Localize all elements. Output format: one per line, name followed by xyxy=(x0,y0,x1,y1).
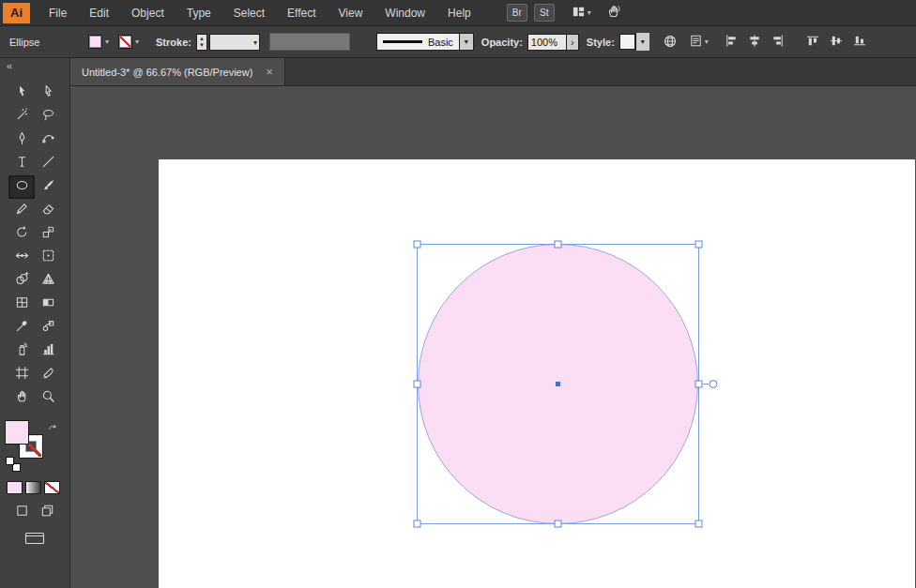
opacity-dropdown-arrow[interactable]: › xyxy=(567,34,579,51)
default-fill-stroke-icon[interactable] xyxy=(6,457,21,472)
column-graph-tool[interactable] xyxy=(35,339,61,363)
hand-swirl-icon xyxy=(606,4,621,22)
quick-button-st[interactable]: St xyxy=(534,4,555,22)
screen-mode-button[interactable] xyxy=(24,531,45,550)
document-setup-button[interactable]: ▾ xyxy=(689,34,709,50)
width-tool[interactable] xyxy=(8,246,35,269)
swap-fill-stroke-icon[interactable] xyxy=(48,421,60,433)
fill-color-control[interactable]: ▾ xyxy=(88,35,109,49)
gradient-tool[interactable] xyxy=(35,293,61,316)
align-right-button[interactable] xyxy=(771,34,786,50)
zoom-tool[interactable] xyxy=(35,386,61,410)
line-segment-tool[interactable] xyxy=(35,152,61,175)
fill-swatch[interactable] xyxy=(6,421,28,444)
gradient-button[interactable] xyxy=(25,481,41,494)
stroke-color-swatch[interactable] xyxy=(118,35,132,49)
symbol-sprayer-tool[interactable] xyxy=(8,339,35,363)
type-tool[interactable] xyxy=(8,152,35,175)
menu-object[interactable]: Object xyxy=(120,0,176,25)
center-point[interactable] xyxy=(556,382,560,386)
selection-handle[interactable] xyxy=(695,520,702,527)
free-transform-tool[interactable] xyxy=(35,246,61,269)
graphic-style-dropdown[interactable]: ▾ xyxy=(619,33,649,51)
shape-builder-tool[interactable] xyxy=(8,269,35,293)
menu-edit[interactable]: Edit xyxy=(78,0,120,25)
selection-handle[interactable] xyxy=(555,520,561,527)
chevron-down-icon[interactable]: ▾ xyxy=(253,38,257,47)
canvas-area[interactable] xyxy=(70,86,916,588)
selection-handle[interactable] xyxy=(695,241,702,248)
stroke-color-control[interactable]: ▾ xyxy=(118,35,139,49)
chevron-down-icon[interactable]: ▾ xyxy=(135,38,139,46)
stroke-weight-stepper[interactable]: ▲▼ xyxy=(196,34,207,51)
paintbrush-tool[interactable] xyxy=(35,175,61,199)
menu-file[interactable]: File xyxy=(38,0,78,25)
selection-handle[interactable] xyxy=(555,241,561,248)
stroke-weight-combo[interactable]: ▾ xyxy=(209,34,260,51)
mesh-tool[interactable] xyxy=(8,293,35,316)
align-top-button[interactable] xyxy=(805,34,820,50)
menu-type[interactable]: Type xyxy=(176,0,222,25)
slice-tool[interactable] xyxy=(35,363,61,386)
perspective-grid-tool[interactable] xyxy=(35,269,61,293)
selection-handle[interactable] xyxy=(414,520,420,527)
color-button[interactable] xyxy=(7,481,23,494)
eyedropper-tool[interactable] xyxy=(8,316,35,339)
draw-normal-icon[interactable] xyxy=(15,504,29,521)
magic-wand-tool[interactable] xyxy=(8,105,35,128)
selection-handle[interactable] xyxy=(414,241,420,248)
align-middle-v-button[interactable] xyxy=(829,34,844,50)
align-bottom-button[interactable] xyxy=(852,34,867,50)
brush-definition-value: Basic xyxy=(428,37,453,48)
chevron-down-icon[interactable]: ▾ xyxy=(635,33,649,51)
chevron-down-icon[interactable]: ▾ xyxy=(459,34,473,50)
draw-behind-icon[interactable] xyxy=(40,504,54,521)
lasso-tool[interactable] xyxy=(35,105,61,128)
pencil-tool[interactable] xyxy=(8,199,35,222)
fill-color-swatch[interactable] xyxy=(88,35,102,49)
recolor-artwork-button[interactable] xyxy=(663,34,678,51)
collapse-panel-button[interactable]: « xyxy=(0,58,19,74)
align-center-h-button[interactable] xyxy=(747,34,762,50)
rotate-tool[interactable] xyxy=(8,222,35,246)
menu-view[interactable]: View xyxy=(328,0,374,25)
eraser-tool[interactable] xyxy=(35,199,61,222)
stepper-down-icon[interactable]: ▼ xyxy=(199,42,205,49)
chevron-down-icon[interactable]: ▾ xyxy=(105,38,109,46)
artboard-tool[interactable] xyxy=(8,363,35,386)
side-widget-handle[interactable] xyxy=(710,381,717,388)
close-tab-icon[interactable]: × xyxy=(266,66,273,78)
selection-tool[interactable] xyxy=(8,82,35,105)
stepper-up-icon[interactable]: ▲ xyxy=(199,36,205,42)
menu-select[interactable]: Select xyxy=(222,0,276,25)
align-left-button[interactable] xyxy=(724,34,739,50)
hand-icon xyxy=(15,389,29,407)
none-slash-icon xyxy=(45,482,59,493)
ellipse-tool[interactable] xyxy=(8,175,35,199)
document-tab[interactable]: Untitled-3* @ 66.67% (RGB/Preview) × xyxy=(70,58,285,85)
color-wheel-icon xyxy=(663,34,678,51)
opacity-label: Opacity: xyxy=(481,37,523,48)
hand-tool[interactable] xyxy=(8,386,35,410)
touch-workspace-button[interactable] xyxy=(606,4,621,22)
opacity-input[interactable] xyxy=(527,34,567,51)
app-logo[interactable]: Ai xyxy=(3,3,30,23)
quick-button-br[interactable]: Br xyxy=(507,4,527,22)
type-icon xyxy=(15,155,29,173)
arrange-documents-button[interactable]: ▾ xyxy=(572,5,591,22)
direct-selection-tool[interactable] xyxy=(35,82,61,105)
brush-definition-dropdown[interactable]: Basic ▾ xyxy=(376,33,474,51)
lasso-icon xyxy=(41,108,55,126)
scale-tool[interactable] xyxy=(35,222,61,246)
paintbrush-icon xyxy=(41,178,55,196)
menu-window[interactable]: Window xyxy=(374,0,436,25)
graphic-style-swatch[interactable] xyxy=(619,34,635,50)
menu-help[interactable]: Help xyxy=(436,0,482,25)
selection-handle[interactable] xyxy=(414,381,420,387)
selection-handle[interactable] xyxy=(695,381,702,387)
pen-tool[interactable] xyxy=(8,128,35,152)
curvature-tool[interactable] xyxy=(35,128,61,152)
menu-effect[interactable]: Effect xyxy=(276,0,327,25)
blend-tool[interactable] xyxy=(35,316,61,339)
none-button[interactable] xyxy=(44,481,60,494)
